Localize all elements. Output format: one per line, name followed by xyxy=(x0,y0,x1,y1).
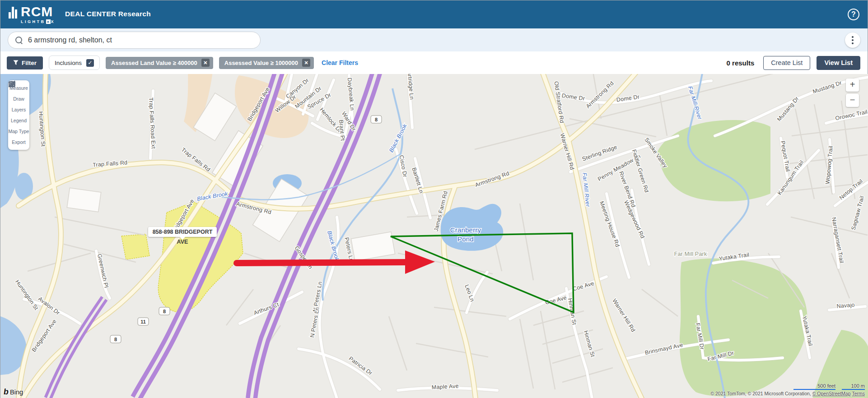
filter-toolbar: Filter Inclusions ✓ Assessed Land Value … xyxy=(0,51,868,74)
road-label: Maple Ave xyxy=(431,383,459,390)
app-header: RCM LIGHTB✕X DEAL CENTER Research ? xyxy=(0,0,868,28)
road-label: Warner Hill Rd xyxy=(611,298,636,333)
legend-tool[interactable]: Legend xyxy=(8,115,29,126)
bing-b-icon: b xyxy=(3,387,9,397)
park-label: Far Mill Park xyxy=(674,251,707,257)
clear-filters-link[interactable]: Clear Filters xyxy=(322,59,358,66)
route-shield: 8 xyxy=(159,307,170,315)
road-label: Trap Falls Road Ext xyxy=(148,97,157,149)
search-input[interactable] xyxy=(28,36,253,44)
layers-tool[interactable]: Layers xyxy=(8,104,29,115)
road-label: Daybreak Ln xyxy=(346,78,355,111)
funnel-icon xyxy=(13,60,19,65)
terms-link[interactable]: Terms xyxy=(852,391,865,396)
search-bar-row xyxy=(0,28,868,51)
bing-logo[interactable]: b Bing xyxy=(4,387,23,397)
draw-tool[interactable]: Draw xyxy=(8,93,29,104)
results-count: 0 results xyxy=(727,59,755,67)
svg-text:8: 8 xyxy=(375,117,378,122)
map-type-tool[interactable]: Map Type xyxy=(8,126,29,137)
road-label: Greenwich Pl xyxy=(96,253,110,288)
copyright-line: © 2021 TomTom, © 2021 Microsoft Corporat… xyxy=(710,391,865,396)
water-label: Pond xyxy=(457,235,474,243)
brand-subname: LIGHTB✕X xyxy=(21,19,55,24)
openstreetmap-link[interactable]: © OpenStreetMap xyxy=(812,391,851,396)
road-label: Saginaw Trail xyxy=(850,195,865,231)
filter-button[interactable]: Filter xyxy=(7,56,43,69)
map-tools-panel: Measure Draw Layers Legend Map Type Expo… xyxy=(8,80,29,150)
road-label: Brant Pt xyxy=(338,120,346,141)
map-graphics: Huntington StHuntington StTrap Falls Roa… xyxy=(0,74,868,398)
search-field[interactable] xyxy=(8,32,261,49)
route-shield: 11 xyxy=(138,318,149,325)
page-title: DEAL CENTER Research xyxy=(65,10,151,18)
road-label: Mustang Dr xyxy=(776,95,800,122)
route-shield: 8 xyxy=(110,335,121,343)
scale-bar-feet xyxy=(793,389,835,390)
road-label: Coe Ave xyxy=(572,280,595,292)
scale-bar: 500 feet 100 m xyxy=(710,384,865,390)
road-label: Fiddler Green Rd xyxy=(631,148,650,193)
more-options-icon[interactable] xyxy=(845,32,860,48)
water-label: Black Brook xyxy=(388,123,408,153)
road-label: Orowoc Trail xyxy=(835,109,868,122)
help-icon[interactable]: ? xyxy=(848,9,859,20)
map-attribution: 500 feet 100 m © 2021 TomTom, © 2021 Mic… xyxy=(710,384,865,396)
parcel-tooltip: 858-898 BRIDGEPORT AVE xyxy=(148,227,217,237)
route-shield: 8 xyxy=(371,116,382,123)
inclusions-checkbox[interactable]: ✓ xyxy=(86,59,94,67)
view-list-button[interactable]: View List xyxy=(817,56,860,70)
filter-chip-assessed-value: Assessed Value ≥ 1000000 ✕ xyxy=(219,57,314,69)
road-label: Pequot Trail xyxy=(779,140,791,172)
export-tool[interactable]: Export xyxy=(8,137,29,148)
road-label: Dome Dr xyxy=(561,93,585,102)
rcm-lightbox-logo[interactable]: RCM LIGHTB✕X xyxy=(9,5,55,24)
brand-name: RCM xyxy=(21,5,53,19)
road-label: Mustang Dr xyxy=(812,79,843,95)
create-list-button[interactable]: Create List xyxy=(763,56,810,70)
chip-close-icon[interactable]: ✕ xyxy=(302,59,310,67)
chip-close-icon[interactable]: ✕ xyxy=(201,59,210,67)
road-label: Huntington St xyxy=(14,279,40,311)
zoom-out-button[interactable]: − xyxy=(846,94,859,107)
svg-text:11: 11 xyxy=(140,319,146,324)
zoom-controls: + − xyxy=(846,79,859,107)
svg-text:8: 8 xyxy=(114,337,117,342)
water-label: Far Mill River xyxy=(687,85,703,120)
road-label: Sterling Ridge xyxy=(581,144,618,162)
inclusions-toggle: Inclusions ✓ xyxy=(49,56,100,70)
brand-bars-icon xyxy=(9,5,17,19)
lightbox-box-icon: ✕ xyxy=(46,19,51,24)
inclusions-label: Inclusions xyxy=(55,60,82,66)
filter-chip-assessed-land-value: Assessed Land Value ≥ 400000 ✕ xyxy=(106,57,213,69)
road-label: Partridge Ln xyxy=(406,74,415,100)
search-icon xyxy=(15,37,23,44)
road-label: Brinsmayd Ave xyxy=(644,342,684,356)
zoom-in-button[interactable]: + xyxy=(846,79,859,92)
svg-text:8: 8 xyxy=(163,309,166,314)
water-label: Black Brook xyxy=(196,190,229,202)
app-window: RCM LIGHTB✕X DEAL CENTER Research ? Filt… xyxy=(0,0,868,398)
image-icon xyxy=(8,80,16,88)
water-label: Cranberry xyxy=(450,226,481,234)
scale-bar-m xyxy=(842,389,865,390)
map-canvas[interactable]: Huntington StHuntington StTrap Falls Roa… xyxy=(0,74,868,398)
